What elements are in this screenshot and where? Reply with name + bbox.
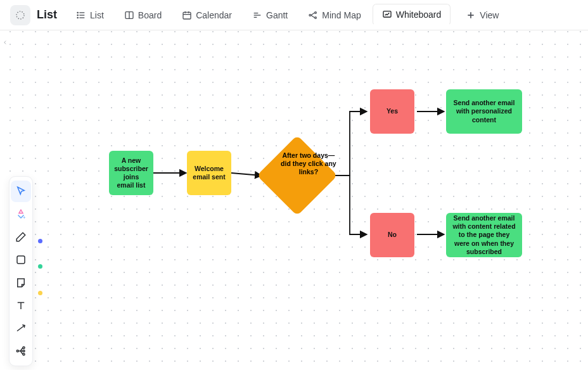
tab-label: Board (138, 10, 162, 20)
space-icon (10, 5, 30, 25)
svg-point-5 (77, 15, 78, 15)
svg-text:+: + (23, 215, 26, 220)
space-chip[interactable]: List (10, 5, 57, 25)
whiteboard-toolbox: + (9, 176, 33, 366)
board-icon (124, 10, 134, 20)
svg-line-23 (231, 173, 261, 175)
tab-calendar[interactable]: Calendar (173, 5, 241, 25)
tab-label: Mind Map (322, 10, 361, 20)
node-outcome-no[interactable]: Send another email with content related … (446, 213, 522, 257)
view-tabs-bar: List List Board Calendar Gantt Mind Map … (0, 0, 588, 30)
plus-icon (466, 10, 476, 20)
color-dot-1[interactable] (38, 239, 42, 243)
whiteboard-canvas[interactable]: A new subscriber joins email list Welcom… (0, 30, 588, 370)
tab-gantt[interactable]: Gantt (243, 5, 297, 25)
svg-point-31 (23, 347, 25, 348)
color-dot-2[interactable] (38, 264, 42, 269)
svg-rect-9 (183, 12, 191, 19)
svg-point-18 (315, 16, 317, 18)
tab-label: Gantt (266, 10, 288, 20)
tool-rectangle[interactable] (11, 249, 31, 271)
tab-whiteboard[interactable]: Whiteboard (373, 4, 451, 26)
tool-connector[interactable] (11, 317, 31, 339)
node-welcome[interactable]: Welcome email sent (187, 151, 231, 195)
calendar-icon (182, 10, 192, 20)
svg-point-30 (16, 350, 18, 352)
tool-sticky[interactable] (11, 272, 31, 293)
svg-rect-27 (17, 256, 25, 264)
tab-list[interactable]: List (67, 5, 113, 25)
add-view-button[interactable]: View (457, 5, 508, 25)
svg-rect-19 (383, 11, 391, 17)
svg-point-0 (16, 11, 24, 19)
node-outcome-yes[interactable]: Send another email with personalized con… (446, 89, 522, 134)
add-view-label: View (480, 10, 499, 20)
tab-mindmap[interactable]: Mind Map (299, 5, 369, 25)
svg-point-4 (77, 12, 78, 13)
tool-text[interactable] (11, 295, 31, 316)
tab-label: Whiteboard (396, 10, 442, 20)
tab-board[interactable]: Board (115, 5, 170, 25)
tool-cursor[interactable] (11, 181, 31, 202)
node-decision[interactable]: After two days—did they click any links? (257, 135, 337, 215)
node-no[interactable]: No (370, 213, 414, 257)
tab-label: Calendar (196, 10, 232, 20)
tab-label: List (90, 10, 104, 20)
space-name: List (37, 8, 57, 22)
list-icon (76, 10, 86, 20)
tool-pen[interactable] (11, 226, 31, 248)
color-dot-3[interactable] (38, 291, 42, 295)
node-yes[interactable]: Yes (370, 89, 414, 134)
svg-point-6 (77, 17, 78, 18)
whiteboard-icon (382, 10, 392, 20)
mindmap-icon (308, 10, 318, 20)
svg-point-33 (23, 354, 25, 355)
tool-shapes[interactable]: + (11, 203, 31, 225)
node-start[interactable]: A new subscriber joins email list (109, 151, 153, 195)
gantt-icon (252, 10, 262, 20)
svg-point-17 (315, 11, 317, 13)
svg-point-16 (309, 14, 311, 16)
svg-point-32 (23, 350, 25, 352)
tool-graph[interactable] (11, 340, 31, 362)
